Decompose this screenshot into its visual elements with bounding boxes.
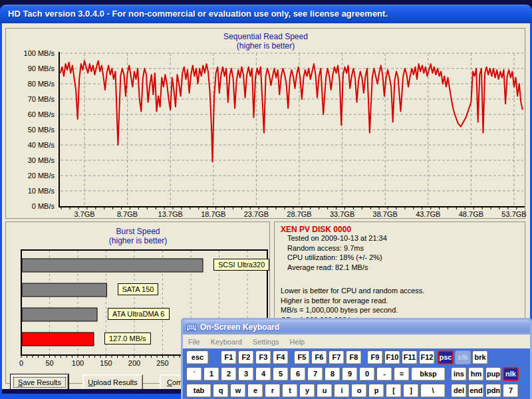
x-tick-label: 13.7GB (154, 210, 187, 218)
key-f8[interactable]: F8 (346, 350, 362, 364)
key-minus[interactable]: - (376, 367, 392, 381)
upload-results-button[interactable]: Upload Results (82, 374, 143, 390)
key-y[interactable]: y (299, 384, 315, 398)
window-title: HD Tach version 3.0.4.0 - For non-commer… (8, 9, 388, 19)
key-equals[interactable]: = (394, 367, 410, 381)
key-i[interactable]: i (334, 384, 350, 398)
save-label-key: S (18, 378, 23, 386)
x-tick-label: 0 (10, 359, 33, 367)
osk-menubar: FileKeyboardSettingsHelp (183, 334, 530, 348)
key-q[interactable]: q (213, 384, 229, 398)
keyboard-row: tabqwertyuiop[]\delendpdn7 (186, 384, 527, 398)
key-esc[interactable]: esc (186, 350, 209, 364)
y-tick-label: 30 MB/s (13, 156, 55, 164)
key-8[interactable]: 8 (325, 367, 340, 381)
key-e[interactable]: e (247, 384, 263, 398)
key-f1[interactable]: F1 (221, 350, 237, 364)
key-r[interactable]: r (265, 384, 281, 398)
key-pdn[interactable]: pdn (485, 384, 501, 398)
key-f6[interactable]: F6 (311, 350, 327, 364)
bar-label: SCSI Ultra320 (213, 259, 269, 271)
key-del[interactable]: del (451, 384, 467, 398)
x-tick-label: 100 (66, 359, 89, 367)
x-tick-label: 28.7GB (283, 210, 316, 218)
info-note-line: Higher is better for average read. (281, 297, 388, 305)
drive-name: XEN PV DISK 0000 (281, 225, 351, 234)
key-f4[interactable]: F4 (273, 350, 289, 364)
key-nlk[interactable]: nlk (503, 367, 519, 381)
bar-label: ATA UltraDMA 6 (108, 308, 169, 320)
key-f12[interactable]: F12 (419, 350, 435, 364)
key-tab[interactable]: tab (186, 384, 211, 398)
key-bracket-right[interactable]: ] (403, 384, 419, 398)
key-numpad-7[interactable]: 7 (503, 384, 519, 398)
key-f9[interactable]: F9 (367, 350, 383, 364)
x-tick-label: 38.7GB (368, 210, 402, 218)
key-f10[interactable]: F10 (384, 350, 400, 364)
x-tick-label: 48.7GB (454, 210, 487, 218)
x-tick-label: 53.7GB (497, 210, 531, 218)
key-o[interactable]: o (351, 384, 367, 398)
keyboard-row: `1234567890-=bkspinshmpupnlk (186, 367, 527, 381)
save-results-button[interactable]: Save Results (11, 374, 68, 390)
key-u[interactable]: u (317, 384, 332, 398)
bar-label: SATA 150 (118, 283, 159, 295)
x-tick-label: 3.7GB (68, 210, 101, 218)
burst-bar (22, 332, 94, 346)
key-hm[interactable]: hm (468, 367, 484, 381)
key-1[interactable]: 1 (203, 367, 219, 381)
key-6[interactable]: 6 (290, 367, 306, 381)
key-p[interactable]: p (368, 384, 384, 398)
key-bracket-left[interactable]: [ (386, 384, 402, 398)
key-7[interactable]: 7 (307, 367, 323, 381)
upload-label-post: pload Results (93, 378, 138, 386)
y-tick-label: 0 MB/s (13, 202, 55, 210)
x-tick-label: 43.7GB (412, 210, 445, 218)
x-tick-label: 8.7GB (111, 210, 144, 218)
info-stat-line: Average read: 82.1 MB/s (287, 263, 368, 271)
onscreen-keyboard-window: On-Screen Keyboard FileKeyboardSettingsH… (181, 318, 532, 399)
key-3[interactable]: 3 (238, 367, 254, 381)
key-ins[interactable]: ins (451, 367, 467, 381)
osk-menu-keyboard[interactable]: Keyboard (205, 338, 247, 346)
key-f11[interactable]: F11 (402, 350, 418, 364)
x-tick-label: 33.7GB (326, 210, 359, 218)
key-grave[interactable]: ` (186, 367, 202, 381)
read-speed-line (61, 61, 523, 162)
osk-title: On-Screen Keyboard (200, 320, 279, 334)
y-tick-label: 70 MB/s (13, 95, 55, 103)
info-stat-line: CPU utilization: 18% (+/- 2%) (287, 253, 382, 261)
key-t[interactable]: t (282, 384, 298, 398)
key-0[interactable]: 0 (359, 367, 375, 381)
key-f3[interactable]: F3 (255, 350, 271, 364)
key-2[interactable]: 2 (221, 367, 237, 381)
osk-titlebar[interactable]: On-Screen Keyboard (183, 320, 530, 334)
x-tick-label: 50 (39, 359, 61, 367)
key-psc[interactable]: psc (438, 350, 454, 364)
key-f5[interactable]: F5 (294, 350, 310, 364)
key-pup[interactable]: pup (485, 367, 501, 381)
osk-key-area: escF1F2F3F4F5F6F7F8F9F10F11F12pscslkbrk`… (183, 348, 530, 399)
osk-menu-help[interactable]: Help (285, 338, 311, 346)
save-label-post: ave Results (23, 378, 61, 386)
y-tick-label: 20 MB/s (13, 172, 55, 180)
hdtach-titlebar[interactable]: HD Tach version 3.0.4.0 - For non-commer… (0, 5, 532, 23)
key-9[interactable]: 9 (342, 367, 358, 381)
y-tick-label: 80 MB/s (13, 80, 55, 88)
sequential-read-panel: Sequential Read Speed (higher is better)… (5, 28, 526, 219)
y-tick-label: 90 MB/s (13, 65, 55, 72)
key-brk[interactable]: brk (472, 350, 488, 364)
key-bksp[interactable]: bksp (411, 367, 446, 381)
key-backslash[interactable]: \ (420, 384, 446, 398)
osk-menu-settings[interactable]: Settings (247, 338, 285, 346)
key-5[interactable]: 5 (273, 367, 289, 381)
key-w[interactable]: w (230, 384, 246, 398)
key-4[interactable]: 4 (255, 367, 271, 381)
key-slk[interactable]: slk (455, 350, 471, 364)
bar-label: 127.0 MB/s (104, 332, 151, 344)
osk-menu-file[interactable]: File (183, 338, 205, 346)
info-stat-line: Random access: 9.7ms (287, 244, 364, 252)
key-f7[interactable]: F7 (329, 350, 344, 364)
key-end[interactable]: end (468, 384, 484, 398)
key-f2[interactable]: F2 (238, 350, 254, 364)
